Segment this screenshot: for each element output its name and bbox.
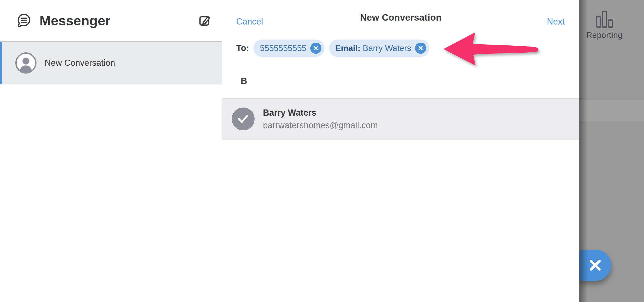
person-avatar-icon — [15, 52, 37, 74]
sidebar-item-reporting[interactable]: Reporting — [582, 10, 627, 40]
speech-bubble-icon — [16, 13, 31, 28]
app-title: Messenger — [40, 13, 198, 28]
contact-name: Barry Waters — [263, 108, 378, 118]
close-icon — [589, 259, 602, 272]
remove-email-chip-button[interactable] — [415, 43, 426, 54]
chip-text: 5555555555 — [260, 43, 306, 53]
sidebar-header: Messenger — [0, 0, 222, 42]
sidebar-item-label: New Conversation — [45, 58, 115, 68]
messenger-sidebar: Messenger New Conversation — [0, 0, 222, 302]
recipient-chip-email: Email: Barry Waters — [329, 40, 429, 57]
checkmark-icon — [238, 115, 249, 123]
chip-text: Barry Waters — [363, 43, 411, 53]
contact-row-barry-waters[interactable]: Barry Waters barrwatershomes@gmail.com — [222, 98, 579, 140]
contact-email: barrwatershomes@gmail.com — [263, 120, 378, 130]
backdrop-divider — [579, 43, 644, 43]
close-icon — [313, 46, 318, 51]
new-conversation-panel: Cancel New Conversation Next To: 5555555… — [222, 0, 579, 302]
chip-prefix: Email: — [335, 43, 363, 53]
next-button[interactable]: Next — [547, 17, 565, 27]
backdrop-row-highlight — [579, 99, 644, 121]
selected-check-avatar — [232, 108, 255, 130]
divider — [222, 66, 579, 66]
compose-icon[interactable] — [198, 14, 211, 27]
bar-chart-icon — [596, 10, 613, 28]
to-label: To: — [236, 43, 249, 53]
sidebar-item-new-conversation[interactable]: New Conversation — [0, 42, 222, 84]
panel-title: New Conversation — [222, 12, 579, 23]
close-icon — [418, 46, 423, 51]
reporting-label: Reporting — [582, 31, 627, 40]
modal-shadow — [579, 0, 588, 302]
section-header-b: B — [241, 76, 247, 86]
screen: Reporting — [0, 0, 644, 302]
new-conversation-modal: Messenger New Conversation — [0, 0, 579, 302]
recipient-chip-phone: 5555555555 — [253, 40, 325, 57]
contact-text: Barry Waters barrwatershomes@gmail.com — [263, 108, 378, 130]
recipients-field[interactable]: To: 5555555555 Email: Barry Waters — [236, 40, 434, 57]
remove-phone-chip-button[interactable] — [310, 43, 321, 54]
dimmed-background-panel: Reporting — [579, 0, 644, 302]
